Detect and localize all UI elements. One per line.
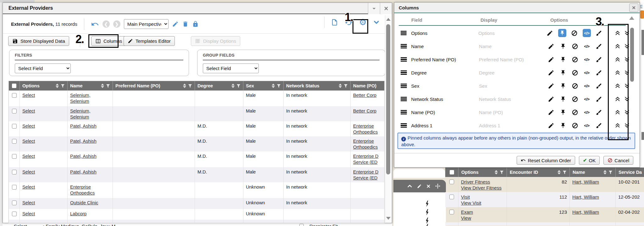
name-po-link[interactable]: Enterprise D Service (ED: [353, 169, 379, 180]
code-column-button[interactable]: </>: [583, 42, 590, 50]
column-header-options[interactable]: Options: [20, 81, 68, 91]
edit-column-button[interactable]: [547, 95, 554, 103]
row-checkbox[interactable]: [12, 93, 17, 98]
row-checkbox[interactable]: [12, 109, 17, 113]
cancel-button[interactable]: Cancel: [603, 156, 633, 165]
style-column-button[interactable]: [595, 42, 602, 50]
reset-column-order-button[interactable]: Reset Column Order: [517, 156, 575, 165]
column-header-name[interactable]: Name: [570, 168, 616, 177]
provider-name-link[interactable]: Enterprise Orthopedics: [70, 185, 95, 196]
provider-name-link[interactable]: Labcorp: [70, 211, 86, 216]
delete-perspective-button[interactable]: [182, 21, 189, 27]
hide-column-button[interactable]: [571, 55, 578, 63]
code-column-button[interactable]: </>: [583, 55, 590, 63]
row-checkbox[interactable]: [12, 139, 17, 144]
provider-name-link[interactable]: Selenium, Selenium: [70, 93, 90, 104]
style-column-button[interactable]: [595, 55, 602, 63]
drag-handle-icon[interactable]: [401, 110, 407, 115]
name-po-link[interactable]: Better Corp: [353, 108, 376, 113]
move-column-up-button[interactable]: [614, 83, 621, 89]
row-checkbox[interactable]: [12, 124, 17, 129]
perspective-select[interactable]: Main Perspective: [124, 19, 169, 29]
undo-button[interactable]: [91, 20, 99, 28]
patient-name-link[interactable]: Hart, William: [572, 194, 599, 200]
style-column-button[interactable]: [595, 82, 602, 90]
column-header-sex[interactable]: Sex: [243, 81, 284, 91]
pencil-icon[interactable]: [417, 184, 422, 189]
panel-scroll-up-arrow[interactable]: [629, 16, 634, 20]
hide-column-button[interactable]: [571, 108, 578, 116]
encounter-type-link[interactable]: Visit: [461, 194, 470, 200]
panel-scrollbar-thumb[interactable]: [630, 28, 634, 82]
scroll-up-arrow[interactable]: [386, 18, 391, 21]
row-checkbox[interactable]: [449, 210, 454, 214]
select-link[interactable]: Select: [22, 108, 35, 113]
encounter-type-link[interactable]: Driver Fitness: [461, 179, 490, 185]
select-link[interactable]: Select: [22, 124, 35, 129]
hide-column-button[interactable]: [571, 42, 578, 50]
code-column-button[interactable]: </>: [583, 121, 590, 130]
edit-column-button[interactable]: [547, 42, 554, 50]
move-icon[interactable]: [435, 184, 440, 189]
drag-handle-icon[interactable]: [401, 70, 407, 75]
select-link[interactable]: Select: [22, 185, 35, 190]
pin-column-button[interactable]: [559, 55, 566, 63]
provider-name-link[interactable]: Patel, Ashish: [70, 169, 97, 174]
drag-handle-icon[interactable]: [401, 123, 407, 128]
style-column-button[interactable]: [595, 95, 602, 103]
style-column-button[interactable]: [595, 121, 602, 130]
drag-handle-icon[interactable]: [401, 31, 407, 36]
provider-name-link[interactable]: Patel, Ashish: [70, 124, 97, 129]
edit-column-button[interactable]: [547, 69, 554, 77]
row-checkbox[interactable]: [12, 212, 17, 216]
move-column-up-button[interactable]: [614, 56, 621, 63]
pin-column-button[interactable]: [559, 108, 566, 116]
move-column-down-button[interactable]: [624, 43, 630, 50]
drag-handle-icon[interactable]: [401, 57, 407, 62]
columns-panel-close-button[interactable]: ✕: [629, 3, 638, 12]
edit-column-button[interactable]: [547, 108, 554, 116]
next-perspective-button[interactable]: ❯: [113, 20, 120, 28]
columns-button[interactable]: Columns: [91, 36, 126, 46]
window-collapse-button[interactable]: [368, 3, 380, 14]
select-all-checkbox[interactable]: [445, 168, 458, 177]
lock-perspective-button[interactable]: [192, 21, 199, 27]
code-column-button[interactable]: </>: [583, 108, 590, 116]
move-column-up-button[interactable]: [614, 69, 621, 76]
encounter-type-link[interactable]: Exam: [461, 209, 473, 215]
close-icon[interactable]: [426, 184, 430, 188]
provider-name-link[interactable]: Patel, Ashish: [70, 139, 97, 144]
pin-column-button[interactable]: [559, 82, 566, 90]
name-po-link[interactable]: Enterprise Orthopedics: [353, 124, 378, 135]
row-checkbox[interactable]: [12, 201, 17, 205]
pin-column-button[interactable]: [559, 69, 566, 77]
ok-button[interactable]: ✔ OK: [579, 156, 600, 165]
patient-name-link[interactable]: Hart, William: [572, 179, 599, 185]
hide-column-button[interactable]: [571, 95, 578, 103]
previous-perspective-button[interactable]: ❮: [103, 20, 110, 28]
code-column-button[interactable]: </>: [583, 69, 590, 77]
move-column-down-button[interactable]: [624, 69, 630, 76]
select-link[interactable]: Select: [22, 154, 35, 159]
provider-name-link[interactable]: Patel, Ashish: [70, 154, 97, 159]
scroll-down-arrow[interactable]: [386, 217, 391, 220]
provider-name-link[interactable]: Outside Clinic: [70, 200, 98, 205]
patient-name-link[interactable]: Hart, William: [572, 209, 599, 215]
code-column-button[interactable]: </>: [583, 95, 590, 103]
move-column-down-button[interactable]: [624, 56, 630, 63]
move-column-down-button[interactable]: [624, 109, 630, 116]
name-po-link[interactable]: Better Corp: [353, 93, 376, 98]
style-column-button[interactable]: [595, 29, 602, 37]
move-column-down-button[interactable]: [624, 83, 630, 89]
templates-editor-button[interactable]: Templates Editor: [124, 36, 175, 46]
settings-gear-button[interactable]: ⚙: [359, 18, 367, 27]
edit-column-button[interactable]: [547, 55, 554, 63]
pin-column-button[interactable]: [559, 95, 566, 103]
hide-column-button[interactable]: [571, 121, 578, 130]
style-column-button[interactable]: [595, 108, 602, 116]
new-document-button[interactable]: [331, 19, 338, 26]
column-header-service-date[interactable]: Service Da: [616, 168, 644, 177]
collapse-toolbar-button[interactable]: [373, 19, 380, 25]
column-header-name[interactable]: Name: [68, 81, 113, 91]
edit-column-button[interactable]: [546, 29, 553, 37]
